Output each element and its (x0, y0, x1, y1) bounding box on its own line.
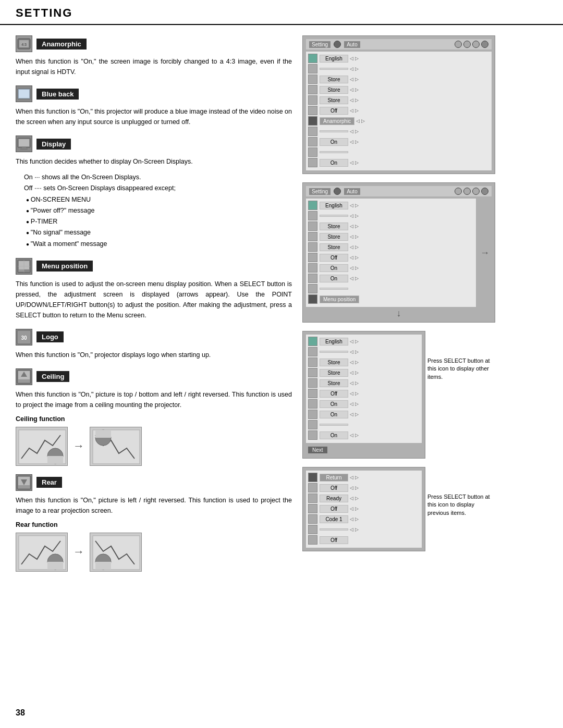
ui-row-2-8-icon (308, 274, 317, 283)
ui-panel-2-topicon3 (472, 188, 480, 195)
ui-row-2-4: Store ◁ ▷ (308, 232, 474, 241)
ui-panel-4-wrapper: Return ◁ ▷ Off ◁ ▷ Ready ◁ ▷ (302, 467, 495, 556)
ui-row-2-6: Off ◁ ▷ (308, 253, 474, 262)
ui-row-3-9-icon (308, 420, 317, 429)
ui-row-3-6-text: Off (320, 390, 348, 398)
menu-position-title: Menu position (36, 261, 93, 272)
ui-panel-2-body: English ◁ ▷ ◁ ▷ Store ◁ ▷ (306, 199, 492, 307)
ui-row-2-6-icon (308, 253, 317, 262)
ui-row-3-7-icon (308, 399, 317, 409)
ui-row-3-3-icon (308, 357, 317, 367)
menu-position-description: This function is used to adjust the on-s… (16, 279, 292, 320)
ui-row-2-2-arrows: ◁ ▷ (350, 213, 359, 218)
ui-row-3-2: ◁ ▷ (308, 347, 420, 356)
anamorphic-icon: 4:3 (16, 35, 32, 52)
ui-panel-2-topicon4 (481, 188, 488, 195)
ui-row-1-2-icon (308, 64, 317, 73)
blue-back-icon (16, 85, 32, 102)
ui-row-1-6-text: Off (320, 107, 348, 115)
ui-row-1-4-arrows: ◁ ▷ (350, 87, 359, 92)
ui-row-4-4-arrows: ◁ ▷ (350, 506, 359, 511)
ceiling-header: Ceiling (16, 368, 292, 385)
right-column: Setting Auto English ◁ ▷ (302, 35, 495, 580)
ui-panel-1-icon1 (334, 41, 341, 48)
rear-description: When this function is "On," picture is l… (16, 495, 292, 516)
rear-sub-label: Rear function (16, 521, 292, 528)
ui-row-3-3-arrows: ◁ ▷ (350, 360, 359, 365)
svg-rect-6 (19, 139, 29, 146)
ui-row-1-2: ◁ ▷ (308, 64, 489, 73)
bullet-item-4: "No signal" message (26, 227, 292, 238)
ui-row-3-3-text: Store (320, 359, 348, 366)
display-title: Display (36, 139, 71, 150)
ui-row-2-3: Store ◁ ▷ (308, 221, 474, 231)
ui-row-4-7-icon (308, 535, 317, 545)
ui-row-1-11-icon (308, 158, 317, 167)
ceiling-diagram-after (90, 427, 142, 466)
ui-row-3-2-text (320, 351, 348, 353)
logo-description: When this function is "On," projector di… (16, 350, 292, 360)
ui-row-3-2-icon (308, 347, 317, 356)
ui-panel-2-topbar: Setting Auto (306, 186, 492, 196)
svg-text:4:3: 4:3 (21, 43, 27, 46)
logo-header: 30 Logo (16, 329, 292, 346)
ui-row-1-8-icon (308, 127, 317, 136)
ui-row-4-5-icon (308, 514, 317, 524)
menu-position-header: Menu position (16, 258, 292, 275)
ui-row-2-7-text: On (320, 264, 348, 272)
ui-row-4-4: Off ◁ ▷ (308, 504, 420, 513)
ui-row-2-6-text: Off (320, 254, 348, 262)
ui-row-1-11-arrows: ◁ ▷ (350, 160, 359, 165)
main-content: 4:3 Anamorphic When this function is "On… (0, 25, 563, 590)
svg-text:30: 30 (21, 335, 27, 341)
ui-row-4-2: Off ◁ ▷ (308, 483, 420, 492)
ui-panel-1-topicon4 (481, 41, 488, 48)
bullet-item-3: P-TIMER (26, 216, 292, 227)
ui-row-2-3-text: Store (320, 223, 348, 230)
ceiling-section: Ceiling When this function is "On," pict… (16, 368, 292, 466)
rear-icon (16, 474, 32, 491)
ui-row-4-1-icon (308, 473, 317, 482)
ceiling-icon (16, 368, 32, 385)
ui-row-4-1-text: Return (320, 474, 348, 482)
ui-row-1-7-arrows: ◁ ▷ (356, 118, 365, 124)
ui-row-4-6-text (320, 528, 348, 530)
ui-panel-3: English ◁ ▷ ◁ ▷ Store ◁ ▷ (302, 331, 425, 459)
ui-row-3-6-arrows: ◁ ▷ (350, 391, 359, 396)
ui-row-2-4-icon (308, 232, 317, 241)
ceiling-diagram-before (16, 427, 68, 466)
ceiling-sub-label: Ceiling function (16, 415, 292, 423)
ui-row-1-11-text: On (320, 159, 348, 167)
ui-panel-2-right-arrow: → (478, 199, 492, 307)
ui-panel-3-menu: English ◁ ▷ ◁ ▷ Store ◁ ▷ (306, 335, 422, 443)
svg-rect-35 (47, 562, 63, 570)
ui-row-3-10-text: On (320, 431, 348, 439)
ui-row-4-7-text: Off (320, 536, 348, 544)
rear-title: Rear (36, 477, 62, 488)
ui-panel-2-icon1 (334, 188, 341, 195)
ui-row-1-1-arrows: ◁ ▷ (350, 56, 359, 61)
ui-row-2-8-arrows: ◁ ▷ (350, 276, 359, 281)
ui-row-2-9-text (320, 288, 348, 290)
ui-panel-1-topbar: Setting Auto (306, 39, 492, 50)
ui-row-1-10-icon (308, 147, 317, 157)
ui-row-3-1-icon (308, 337, 317, 346)
ui-row-1-7-icon (308, 116, 317, 126)
ui-row-2-5: Store ◁ ▷ (308, 242, 474, 252)
ui-row-3-10-arrows: ◁ ▷ (350, 433, 359, 438)
next-badge: Next (308, 447, 327, 453)
ui-row-4-3: Ready ◁ ▷ (308, 493, 420, 503)
ui-panel-1-icons (455, 41, 488, 48)
logo-title: Logo (36, 331, 64, 342)
svg-rect-11 (19, 269, 24, 272)
ui-row-1-5: Store ◁ ▷ (308, 95, 489, 105)
page-header: SETTING (0, 0, 563, 25)
ceiling-title: Ceiling (36, 371, 69, 382)
ui-row-3-7-arrows: ◁ ▷ (350, 401, 359, 406)
bullet-item-2: "Power off?" message (26, 205, 292, 216)
ui-row-1-4: Store ◁ ▷ (308, 85, 489, 94)
svg-rect-30 (18, 485, 30, 488)
ui-row-3-8: On ◁ ▷ (308, 410, 420, 419)
ui-row-1-4-text: Store (320, 86, 348, 94)
ui-row-2-7-icon (308, 263, 317, 273)
